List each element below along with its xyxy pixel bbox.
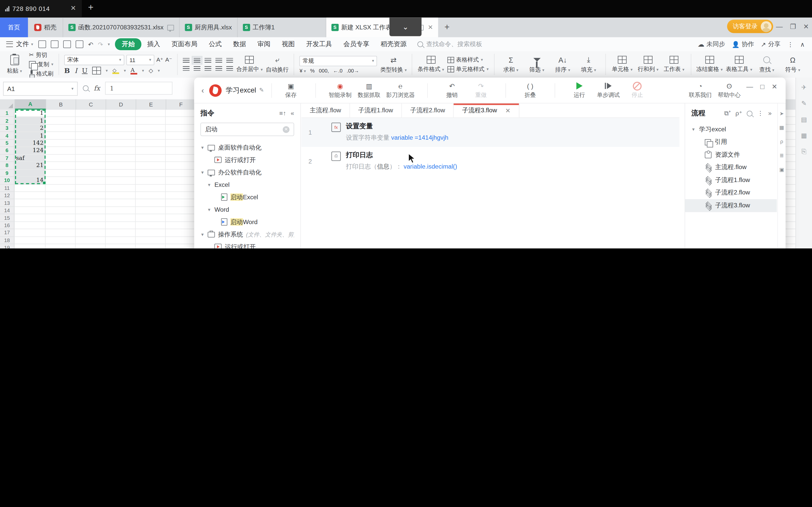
cell-E19[interactable] bbox=[136, 244, 166, 248]
find-button[interactable]: 查找 ▾ bbox=[755, 56, 778, 73]
cell-F14[interactable] bbox=[166, 207, 196, 214]
rename-icon[interactable]: ✎ bbox=[259, 87, 264, 94]
cell-E17[interactable] bbox=[136, 229, 166, 237]
row-header-18[interactable]: 18 bbox=[0, 237, 14, 244]
cell-E15[interactable] bbox=[136, 215, 166, 222]
cell-B17[interactable] bbox=[46, 229, 75, 237]
image-icon[interactable]: ▣ bbox=[779, 167, 784, 172]
cell-C12[interactable] bbox=[75, 192, 106, 199]
align-top-icon[interactable] bbox=[183, 58, 190, 63]
cell-E1[interactable] bbox=[136, 110, 166, 117]
instruction-item-8[interactable]: 运行或打开 bbox=[200, 240, 294, 248]
close-icon[interactable]: ✕ bbox=[70, 4, 76, 12]
cell-B6[interactable] bbox=[46, 147, 75, 154]
table-tools-button[interactable]: 表格工具 ▾ bbox=[726, 56, 752, 73]
sort-list-icon[interactable]: ≡↑ bbox=[280, 110, 286, 117]
paste-button[interactable]: 粘贴 ▾ bbox=[3, 55, 26, 74]
menu-tab-9[interactable]: 稻壳资源 bbox=[375, 39, 412, 50]
flow-item-2[interactable]: 主流程.flow bbox=[691, 161, 777, 174]
cells-button[interactable]: 单元格 ▾ bbox=[611, 56, 633, 73]
rpa-run-button[interactable]: 运行 bbox=[567, 81, 591, 99]
fill-color-button[interactable]: ◇ bbox=[112, 67, 119, 74]
cell-style-button[interactable]: 单元格样式 bbox=[456, 65, 485, 73]
add-tab-icon[interactable]: + bbox=[88, 2, 93, 13]
grid-icon[interactable]: ▦ bbox=[779, 125, 784, 130]
python-icon[interactable]: ρ bbox=[780, 139, 783, 144]
cell-C3[interactable] bbox=[75, 125, 106, 132]
export-icon[interactable] bbox=[51, 40, 59, 48]
row-header-7[interactable]: 7 bbox=[0, 155, 14, 162]
cell-A11[interactable] bbox=[14, 184, 45, 192]
player-chevron-overlay[interactable]: ⌄ bbox=[390, 17, 422, 36]
underline-button[interactable]: U bbox=[82, 66, 88, 74]
preview-icon[interactable] bbox=[75, 40, 84, 48]
cell-F4[interactable] bbox=[166, 132, 196, 139]
cell-E11[interactable] bbox=[136, 184, 166, 192]
flow-tab-1[interactable]: 子流程1.flow bbox=[350, 103, 402, 117]
cell-D16[interactable] bbox=[106, 222, 136, 229]
cell-E16[interactable] bbox=[136, 222, 166, 229]
cell-E9[interactable] bbox=[136, 170, 166, 177]
cell-A17[interactable] bbox=[14, 229, 45, 237]
cell-E7[interactable] bbox=[136, 155, 166, 162]
restore-icon[interactable]: ❐ bbox=[790, 23, 796, 31]
cell-F13[interactable] bbox=[166, 200, 196, 207]
worksheet-button[interactable]: 工作表 ▾ bbox=[663, 56, 686, 73]
collapse-ribbon-icon[interactable]: ∧ bbox=[800, 41, 805, 48]
cell-B16[interactable] bbox=[46, 222, 75, 229]
contact-us-button[interactable]: ◔联系我们 bbox=[689, 81, 712, 99]
row-header-13[interactable]: 13 bbox=[0, 200, 14, 207]
distribute-icon[interactable] bbox=[226, 66, 233, 71]
cell-D9[interactable] bbox=[106, 170, 136, 177]
instruction-item-6[interactable]: 启动Word bbox=[200, 216, 294, 228]
rpa-undo-button[interactable]: ↶撤销 bbox=[440, 81, 464, 99]
cell-C16[interactable] bbox=[75, 222, 106, 229]
cell-E3[interactable] bbox=[136, 125, 166, 132]
cell-B7[interactable] bbox=[46, 155, 75, 162]
layers-icon[interactable]: ≣ bbox=[779, 153, 784, 158]
currency-button[interactable]: ¥ ▾ bbox=[299, 67, 306, 73]
cell-A16[interactable] bbox=[14, 222, 45, 229]
save-icon[interactable] bbox=[38, 40, 46, 48]
close-tab-icon[interactable]: ✕ bbox=[428, 24, 433, 31]
borders-button[interactable] bbox=[92, 66, 101, 74]
cell-B2[interactable] bbox=[46, 117, 75, 124]
command-search[interactable]: 查找命令、搜索模板 bbox=[417, 40, 482, 49]
cell-F19[interactable] bbox=[166, 244, 196, 248]
decimal-increase-button[interactable]: .00→ bbox=[347, 67, 359, 73]
cell-C13[interactable] bbox=[75, 200, 106, 207]
cell-E5[interactable] bbox=[136, 140, 166, 147]
cell-C14[interactable] bbox=[75, 207, 106, 214]
cell-E18[interactable] bbox=[136, 237, 166, 244]
column-header-C[interactable]: C bbox=[76, 99, 106, 110]
row-header-17[interactable]: 17 bbox=[0, 229, 14, 237]
rpa-browser-button[interactable]: ℮影刀浏览器 bbox=[386, 81, 415, 99]
cell-C6[interactable] bbox=[75, 147, 106, 154]
cell-C2[interactable] bbox=[75, 117, 106, 124]
cell-C10[interactable] bbox=[75, 177, 106, 184]
menu-tab-5[interactable]: 审阅 bbox=[252, 39, 276, 50]
table-style-button[interactable]: 表格样式 bbox=[456, 56, 479, 64]
hamburger-icon[interactable] bbox=[6, 41, 13, 47]
cell-D2[interactable] bbox=[106, 117, 136, 124]
close-icon[interactable]: ✕ bbox=[803, 23, 809, 31]
flow-item-0[interactable]: 引用 bbox=[691, 136, 777, 149]
select-all-corner[interactable] bbox=[0, 99, 15, 110]
rpa-save-button[interactable]: ▣保存 bbox=[279, 81, 303, 99]
sort-button[interactable]: A↓排序 ▾ bbox=[551, 56, 574, 73]
instruction-item-0[interactable]: ▼桌面软件自动化 bbox=[200, 141, 294, 154]
instruction-search[interactable]: 启动 ✕ bbox=[200, 123, 294, 136]
cell-A19[interactable] bbox=[14, 244, 45, 248]
font-color-button[interactable]: A bbox=[131, 66, 138, 74]
font-smaller-button[interactable]: A⁻ bbox=[165, 56, 172, 63]
send-icon[interactable]: ✈ bbox=[801, 84, 807, 91]
cell-A13[interactable] bbox=[14, 200, 45, 207]
cell-F7[interactable] bbox=[166, 155, 196, 162]
rpa-scrape-button[interactable]: ▥数据抓取 bbox=[357, 81, 381, 99]
close-tab-icon[interactable]: ✕ bbox=[505, 107, 511, 114]
tab-docer[interactable]: 稻壳 bbox=[28, 17, 63, 37]
cell-B4[interactable] bbox=[46, 132, 75, 139]
cell-B3[interactable] bbox=[46, 125, 75, 132]
file-menu[interactable]: 文件 bbox=[16, 40, 29, 49]
instruction-item-7[interactable]: ▼操作系统(文件、文件夹、剪贴板...) bbox=[200, 228, 294, 240]
